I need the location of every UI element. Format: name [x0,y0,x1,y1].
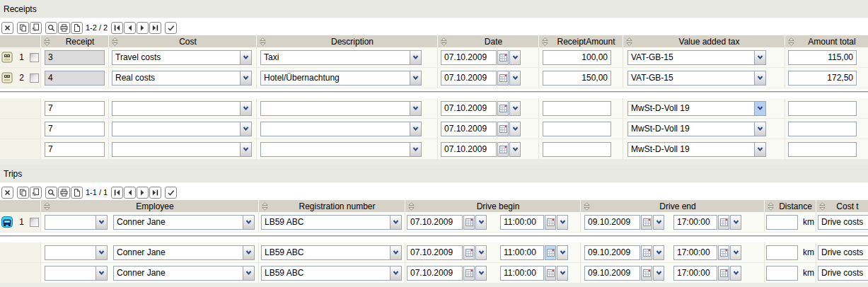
cost-type-field[interactable] [818,245,868,260]
create-row-button[interactable] [71,22,83,34]
receipt-number-field[interactable] [45,122,105,136]
sort-icon[interactable] [44,37,52,46]
calendar-button[interactable] [497,50,509,65]
distance-field[interactable] [766,215,798,230]
amount-total-field[interactable] [788,71,857,86]
receipt-number-field[interactable] [45,142,105,157]
cost-type-field[interactable] [818,266,868,281]
chevron-down-icon[interactable] [390,246,401,259]
receipt-amount-field[interactable] [543,122,611,136]
date-dropdown-button[interactable] [653,245,664,260]
next-page-button[interactable] [137,22,149,34]
date-dropdown-button[interactable] [509,101,521,116]
delete-row-button[interactable] [1,187,13,199]
sort-icon[interactable] [819,202,827,211]
chevron-down-icon[interactable] [240,102,251,115]
sort-icon[interactable] [584,202,591,211]
employee-name-combobox[interactable]: Conner Jane [113,266,255,281]
calendar-button[interactable] [641,266,652,281]
end-date-field[interactable] [584,245,640,260]
vat-combobox[interactable]: MwSt-D-Voll 19 [627,122,766,136]
receipt-amount-field[interactable] [543,142,611,157]
date-field[interactable] [441,71,497,86]
cost-combobox[interactable] [112,122,252,136]
copy-append-row-button[interactable] [30,22,42,34]
chevron-down-icon[interactable] [243,266,254,280]
end-date-field[interactable] [584,266,640,281]
begin-time-field[interactable] [500,215,544,230]
employee-id-combobox[interactable] [45,245,108,260]
clock-button[interactable] [545,245,556,260]
receipt-amount-field[interactable] [543,71,611,86]
last-page-button[interactable] [149,22,161,34]
time-dropdown-button[interactable] [730,245,741,260]
search-button[interactable] [45,22,57,34]
date-field[interactable] [441,101,497,116]
calendar-button[interactable] [463,215,475,230]
date-dropdown-button[interactable] [475,245,487,260]
receipt-number-field[interactable] [45,101,105,116]
chevron-down-icon[interactable] [240,51,251,64]
chevron-down-icon[interactable] [96,266,107,280]
description-combobox[interactable] [260,122,422,136]
date-dropdown-button[interactable] [653,215,664,230]
create-row-button[interactable] [71,187,83,199]
vat-combobox[interactable]: VAT-GB-15 [627,50,766,65]
vat-combobox[interactable]: MwSt-D-Voll 19 [627,142,766,157]
end-time-field[interactable] [673,266,717,281]
cost-type-field[interactable] [818,215,868,230]
calendar-button[interactable] [641,215,652,230]
chevron-down-icon[interactable] [754,102,765,115]
sort-icon[interactable] [542,37,550,46]
cost-combobox[interactable] [112,101,252,116]
sort-icon[interactable] [408,202,416,211]
sort-icon[interactable] [768,202,775,211]
date-dropdown-button[interactable] [475,266,487,281]
distance-field[interactable] [766,266,798,281]
amount-total-field[interactable] [788,101,857,116]
amount-total-field[interactable] [788,50,857,65]
chevron-down-icon[interactable] [410,122,421,136]
sort-icon[interactable] [626,37,634,46]
confirm-button[interactable] [165,187,177,199]
search-button[interactable] [45,187,57,199]
chevron-down-icon[interactable] [390,266,401,280]
chevron-down-icon[interactable] [240,71,251,85]
chevron-down-icon[interactable] [410,71,421,85]
cost-combobox[interactable] [112,142,252,157]
cost-combobox[interactable]: Travel costs [112,50,252,65]
clock-button[interactable] [718,215,729,230]
begin-date-field[interactable] [407,266,463,281]
chevron-down-icon[interactable] [240,122,251,136]
next-page-button[interactable] [137,187,149,199]
employee-name-combobox[interactable]: Conner Jane [113,245,255,260]
clock-button[interactable] [718,266,729,281]
date-dropdown-button[interactable] [509,142,521,157]
amount-total-field[interactable] [788,122,857,136]
description-combobox[interactable] [260,101,422,116]
description-combobox[interactable]: Hotel/Übernachtung [260,71,422,86]
begin-date-field[interactable] [407,215,463,230]
time-dropdown-button[interactable] [730,266,741,281]
previous-page-button[interactable] [124,187,136,199]
date-field[interactable] [441,142,497,157]
print-button[interactable] [58,187,70,199]
registration-combobox[interactable]: LB59 ABC [261,215,402,230]
clock-button[interactable] [545,215,556,230]
employee-name-combobox[interactable]: Conner Jane [113,215,255,230]
print-button[interactable] [58,22,70,34]
description-combobox[interactable]: Taxi [260,50,422,65]
copy-row-button[interactable] [17,187,29,199]
receipt-number-field[interactable] [45,71,105,86]
end-date-field[interactable] [584,215,640,230]
cost-combobox[interactable]: Real costs [112,71,252,86]
row-select-checkbox[interactable] [30,74,39,83]
sort-icon[interactable] [262,202,270,211]
previous-page-button[interactable] [124,22,136,34]
chevron-down-icon[interactable] [243,246,254,259]
calendar-button[interactable] [497,71,509,86]
vat-combobox[interactable]: VAT-GB-15 [627,71,766,86]
date-field[interactable] [441,50,497,65]
end-time-field[interactable] [673,245,717,260]
chevron-down-icon[interactable] [754,51,765,64]
